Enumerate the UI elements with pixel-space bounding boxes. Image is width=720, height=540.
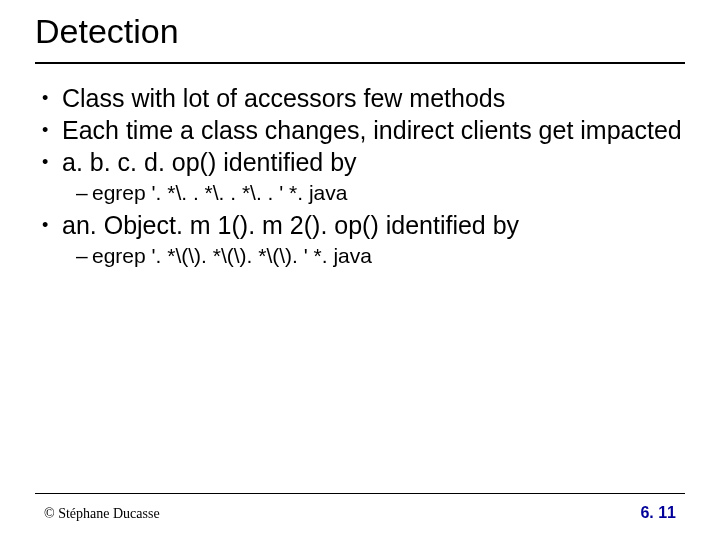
bullet-text: Class with lot of accessors few methods xyxy=(62,82,690,114)
title-divider xyxy=(35,62,685,64)
bullet-dot-icon: • xyxy=(42,209,62,240)
sub-bullet-text: egrep '. *\. . *\. . *\. . ' *. java xyxy=(92,180,690,207)
footer-author: © Stéphane Ducasse xyxy=(44,506,160,522)
bullet-dot-icon: • xyxy=(42,146,62,177)
bullet-item: • a. b. c. d. op() identified by xyxy=(42,146,690,178)
slide: Detection • Class with lot of accessors … xyxy=(0,0,720,540)
bullet-dot-icon: • xyxy=(42,82,62,113)
slide-body: • Class with lot of accessors few method… xyxy=(42,82,690,272)
bullet-text: Each time a class changes, indirect clie… xyxy=(62,114,690,146)
footer-divider xyxy=(35,493,685,494)
footer-page-number: 6. 11 xyxy=(640,504,676,522)
slide-title: Detection xyxy=(35,12,179,51)
bullet-item: • Class with lot of accessors few method… xyxy=(42,82,690,114)
bullet-item: • an. Object. m 1(). m 2(). op() identif… xyxy=(42,209,690,241)
bullet-dot-icon: • xyxy=(42,114,62,145)
dash-icon: – xyxy=(76,243,92,270)
dash-icon: – xyxy=(76,180,92,207)
sub-bullet-item: – egrep '. *\(\). *\(\). *\(\). ' *. jav… xyxy=(42,243,690,270)
bullet-item: • Each time a class changes, indirect cl… xyxy=(42,114,690,146)
bullet-text: a. b. c. d. op() identified by xyxy=(62,146,690,178)
sub-bullet-item: – egrep '. *\. . *\. . *\. . ' *. java xyxy=(42,180,690,207)
sub-bullet-text: egrep '. *\(\). *\(\). *\(\). ' *. java xyxy=(92,243,690,270)
bullet-text: an. Object. m 1(). m 2(). op() identifie… xyxy=(62,209,690,241)
